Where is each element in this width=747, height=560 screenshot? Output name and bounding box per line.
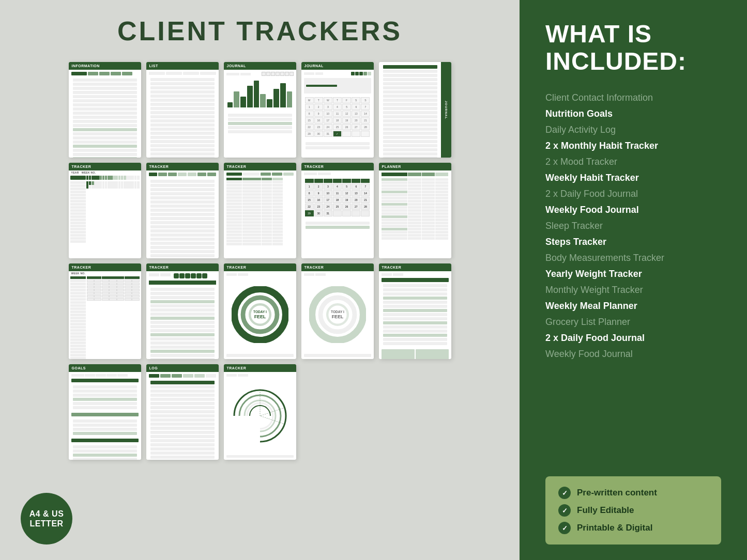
page-content (146, 372, 219, 460)
included-item-13: Monthly Weight Tracker (545, 283, 721, 297)
right-panel: WHAT ISINCLUDED: Client Contact Informat… (520, 0, 747, 560)
page-header: JOURNAL (301, 62, 374, 70)
included-item-17: Weekly Food Journal (545, 347, 721, 361)
svg-text:FEEL: FEEL (331, 314, 343, 319)
included-item-16: 2 x Daily Food Journal (545, 331, 721, 345)
page-content (146, 70, 219, 158)
feature-item-3: ✓ Printable & Digital (558, 522, 708, 534)
page-card-information: INFORMATION (69, 62, 141, 158)
page-content (379, 170, 451, 258)
page-card-spiral: TRACKER (224, 364, 296, 460)
page-card-mood2: TRACKER TODAY I FEEL (301, 263, 374, 359)
page-content: 1 2 3 4 5 6 7 8 9 10 11 12 13 14 15 16 1 (301, 170, 374, 258)
check-icon-2: ✓ (558, 504, 571, 517)
page-content: TODAY I FEEL (301, 271, 374, 359)
page-header: JOURNAL (224, 62, 296, 70)
page-card-journal3: JOURNAL (379, 62, 451, 158)
page-content (224, 70, 296, 158)
page-content (146, 271, 219, 359)
included-item-2: Nutrition Goals (545, 107, 721, 121)
page-header: TRACKER (69, 163, 141, 170)
page-content (224, 372, 296, 460)
page-card-weight: TRACKER (379, 263, 451, 359)
included-item-1: Client Contact Information (545, 91, 721, 105)
included-item-8: Weekly Food Journal (545, 203, 721, 217)
page-header: TRACKER (69, 263, 141, 271)
page-content (146, 170, 219, 258)
page-header: TRACKER (146, 163, 219, 170)
page-card-log: LOG (146, 364, 219, 460)
included-item-9: Sleep Tracker (545, 219, 721, 233)
page-content (69, 70, 141, 158)
page-card-tracker2: TRACKER (146, 163, 219, 258)
page-card-tracker3: TRACKER (224, 163, 296, 258)
check-icon-3: ✓ (558, 522, 571, 534)
included-item-12: Yearly Weight Tracker (545, 267, 721, 281)
page-subheader: YEAR WEEK NO. (69, 170, 141, 175)
pages-grid: INFORMATION (69, 62, 451, 460)
page-card-journal1: JOURNAL (224, 62, 296, 158)
main-title: CLIENT TRACKERS (117, 15, 402, 46)
included-item-4: 2 x Monthly Habit Tracker (545, 139, 721, 153)
left-panel: CLIENT TRACKERS INFORMATION (0, 0, 520, 560)
page-header: TRACKER (146, 263, 219, 271)
included-item-5: 2 x Mood Tracker (545, 155, 721, 169)
svg-text:FEEL: FEEL (254, 314, 266, 319)
page-card-tracker6: TRACKER (146, 263, 219, 359)
page-card-list: LIST (146, 62, 219, 158)
page-card-journal2: JOURNAL MTWTFSS (301, 62, 374, 158)
page-header: INFORMATION (69, 62, 141, 70)
page-header: GOALS (69, 364, 141, 372)
empty-space-2 (379, 364, 451, 460)
page-card-tracker5: TRACKER WEEK NO. (69, 263, 141, 359)
svg-text:TODAY I: TODAY I (331, 309, 344, 313)
page-content (224, 170, 296, 258)
page-content (379, 271, 451, 359)
included-list: Client Contact Information Nutrition Goa… (545, 91, 721, 466)
page-header: TRACKER (379, 263, 451, 271)
page-header: TRACKER (224, 163, 296, 170)
included-item-11: Body Measurements Tracker (545, 251, 721, 265)
page-header: TRACKER (301, 263, 374, 271)
feature-item-2: ✓ Fully Editable (558, 504, 708, 517)
svg-text:TODAY I: TODAY I (253, 309, 267, 313)
page-header: LOG (146, 364, 219, 372)
page-card-mood1: TRACKER TODAY I FE (224, 263, 296, 359)
included-item-6: Weekly Habit Tracker (545, 171, 721, 185)
page-header: PLANNER (379, 163, 451, 170)
page-card-planner: PLANNER (379, 163, 451, 258)
page-content: MTWTFSS 1234567 891011121314 15161718192… (301, 70, 374, 158)
page-subheader: WEEK NO. (69, 271, 141, 275)
included-item-7: 2 x Daily Food Journal (545, 187, 721, 201)
section-title: WHAT ISINCLUDED: (545, 21, 721, 75)
page-header: TRACKER (301, 163, 374, 170)
page-header: TRACKER (224, 364, 296, 372)
included-item-3: Daily Activity Log (545, 123, 721, 137)
check-icon-1: ✓ (558, 487, 571, 499)
page-content (379, 62, 451, 158)
page-header: TRACKER (224, 263, 296, 271)
page-card-tracker4: TRACKER 1 2 3 4 5 (301, 163, 374, 258)
feature-item-1: ✓ Pre-written content (558, 487, 708, 499)
included-item-10: Steps Tracker (545, 235, 721, 249)
page-card-tracker1: TRACKER YEAR WEEK NO. (69, 163, 141, 258)
page-content: TODAY I FEEL (224, 271, 296, 359)
empty-space-1 (301, 364, 374, 460)
included-item-15: Grocery List Planner (545, 315, 721, 329)
page-header: LIST (146, 62, 219, 70)
included-item-14: Weekly Meal Planner (545, 299, 721, 313)
features-box: ✓ Pre-written content ✓ Fully Editable ✓… (545, 476, 721, 545)
a4-us-letter-badge: A4 & US LETTER (21, 493, 72, 545)
page-content (69, 372, 141, 460)
page-card-goals: GOALS (69, 364, 141, 460)
